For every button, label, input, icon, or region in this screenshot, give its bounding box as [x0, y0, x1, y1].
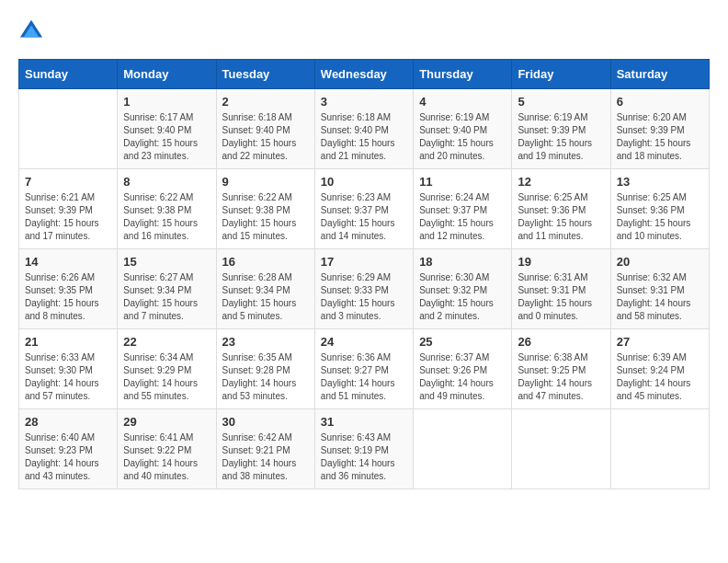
day-info: Sunrise: 6:36 AM Sunset: 9:27 PM Dayligh…	[321, 351, 407, 403]
calendar-cell: 19Sunrise: 6:31 AM Sunset: 9:31 PM Dayli…	[512, 249, 610, 329]
calendar-cell: 17Sunrise: 6:29 AM Sunset: 9:33 PM Dayli…	[314, 249, 413, 329]
calendar-cell: 30Sunrise: 6:42 AM Sunset: 9:21 PM Dayli…	[216, 409, 314, 489]
header-day-sunday: Sunday	[19, 60, 118, 89]
day-number: 27	[617, 335, 703, 349]
day-number: 1	[123, 95, 210, 109]
day-info: Sunrise: 6:27 AM Sunset: 9:34 PM Dayligh…	[123, 271, 210, 323]
calendar-cell: 18Sunrise: 6:30 AM Sunset: 9:32 PM Dayli…	[414, 249, 512, 329]
day-number: 25	[419, 335, 506, 349]
day-info: Sunrise: 6:25 AM Sunset: 9:36 PM Dayligh…	[518, 191, 604, 243]
day-number: 29	[123, 415, 210, 429]
day-info: Sunrise: 6:19 AM Sunset: 9:40 PM Dayligh…	[419, 111, 506, 163]
calendar-header: SundayMondayTuesdayWednesdayThursdayFrid…	[19, 60, 710, 89]
calendar-cell	[512, 409, 610, 489]
day-info: Sunrise: 6:41 AM Sunset: 9:22 PM Dayligh…	[123, 431, 210, 483]
day-info: Sunrise: 6:25 AM Sunset: 9:36 PM Dayligh…	[617, 191, 703, 243]
day-number: 19	[518, 255, 604, 269]
day-info: Sunrise: 6:42 AM Sunset: 9:21 PM Dayligh…	[222, 431, 309, 483]
calendar-cell: 6Sunrise: 6:20 AM Sunset: 9:39 PM Daylig…	[610, 89, 709, 169]
calendar-cell: 13Sunrise: 6:25 AM Sunset: 9:36 PM Dayli…	[610, 169, 709, 249]
calendar-cell	[19, 89, 118, 169]
calendar-cell: 1Sunrise: 6:17 AM Sunset: 9:40 PM Daylig…	[118, 89, 216, 169]
calendar-cell: 10Sunrise: 6:23 AM Sunset: 9:37 PM Dayli…	[314, 169, 413, 249]
day-number: 13	[617, 175, 703, 189]
day-number: 28	[25, 415, 111, 429]
logo	[18, 18, 48, 44]
calendar-cell: 2Sunrise: 6:18 AM Sunset: 9:40 PM Daylig…	[216, 89, 314, 169]
day-number: 3	[321, 95, 407, 109]
day-info: Sunrise: 6:19 AM Sunset: 9:39 PM Dayligh…	[518, 111, 604, 163]
day-number: 2	[222, 95, 309, 109]
calendar-cell: 21Sunrise: 6:33 AM Sunset: 9:30 PM Dayli…	[19, 329, 118, 409]
week-row-4: 21Sunrise: 6:33 AM Sunset: 9:30 PM Dayli…	[19, 329, 710, 409]
day-info: Sunrise: 6:39 AM Sunset: 9:24 PM Dayligh…	[617, 351, 703, 403]
day-info: Sunrise: 6:17 AM Sunset: 9:40 PM Dayligh…	[123, 111, 210, 163]
day-number: 10	[321, 175, 407, 189]
calendar-cell: 24Sunrise: 6:36 AM Sunset: 9:27 PM Dayli…	[314, 329, 413, 409]
day-info: Sunrise: 6:22 AM Sunset: 9:38 PM Dayligh…	[222, 191, 309, 243]
day-number: 11	[419, 175, 506, 189]
calendar-cell	[414, 409, 512, 489]
day-info: Sunrise: 6:22 AM Sunset: 9:38 PM Dayligh…	[123, 191, 210, 243]
calendar-cell: 29Sunrise: 6:41 AM Sunset: 9:22 PM Dayli…	[118, 409, 216, 489]
calendar-body: 1Sunrise: 6:17 AM Sunset: 9:40 PM Daylig…	[19, 89, 710, 489]
calendar-table: SundayMondayTuesdayWednesdayThursdayFrid…	[18, 59, 710, 489]
day-number: 22	[123, 335, 210, 349]
calendar-cell: 22Sunrise: 6:34 AM Sunset: 9:29 PM Dayli…	[118, 329, 216, 409]
header-day-tuesday: Tuesday	[216, 60, 314, 89]
day-info: Sunrise: 6:18 AM Sunset: 9:40 PM Dayligh…	[222, 111, 309, 163]
header-day-monday: Monday	[118, 60, 216, 89]
calendar-cell: 23Sunrise: 6:35 AM Sunset: 9:28 PM Dayli…	[216, 329, 314, 409]
header-day-saturday: Saturday	[610, 60, 709, 89]
calendar-cell: 31Sunrise: 6:43 AM Sunset: 9:19 PM Dayli…	[314, 409, 413, 489]
week-row-1: 1Sunrise: 6:17 AM Sunset: 9:40 PM Daylig…	[19, 89, 710, 169]
day-number: 9	[222, 175, 309, 189]
calendar-cell: 4Sunrise: 6:19 AM Sunset: 9:40 PM Daylig…	[414, 89, 512, 169]
day-info: Sunrise: 6:34 AM Sunset: 9:29 PM Dayligh…	[123, 351, 210, 403]
day-number: 16	[222, 255, 309, 269]
day-info: Sunrise: 6:43 AM Sunset: 9:19 PM Dayligh…	[321, 431, 407, 483]
header-day-friday: Friday	[512, 60, 610, 89]
calendar-cell: 3Sunrise: 6:18 AM Sunset: 9:40 PM Daylig…	[314, 89, 413, 169]
day-number: 26	[518, 335, 604, 349]
day-info: Sunrise: 6:40 AM Sunset: 9:23 PM Dayligh…	[25, 431, 111, 483]
day-info: Sunrise: 6:29 AM Sunset: 9:33 PM Dayligh…	[321, 271, 407, 323]
day-number: 24	[321, 335, 407, 349]
day-number: 6	[617, 95, 703, 109]
calendar-cell: 5Sunrise: 6:19 AM Sunset: 9:39 PM Daylig…	[512, 89, 610, 169]
day-number: 4	[419, 95, 506, 109]
day-number: 30	[222, 415, 309, 429]
day-number: 31	[321, 415, 407, 429]
week-row-2: 7Sunrise: 6:21 AM Sunset: 9:39 PM Daylig…	[19, 169, 710, 249]
calendar-cell: 11Sunrise: 6:24 AM Sunset: 9:37 PM Dayli…	[414, 169, 512, 249]
day-number: 8	[123, 175, 210, 189]
header-row: SundayMondayTuesdayWednesdayThursdayFrid…	[19, 60, 710, 89]
day-number: 14	[25, 255, 111, 269]
day-number: 5	[518, 95, 604, 109]
day-number: 18	[419, 255, 506, 269]
day-number: 21	[25, 335, 111, 349]
day-info: Sunrise: 6:26 AM Sunset: 9:35 PM Dayligh…	[25, 271, 111, 323]
day-info: Sunrise: 6:23 AM Sunset: 9:37 PM Dayligh…	[321, 191, 407, 243]
calendar-cell: 14Sunrise: 6:26 AM Sunset: 9:35 PM Dayli…	[19, 249, 118, 329]
calendar-cell: 25Sunrise: 6:37 AM Sunset: 9:26 PM Dayli…	[414, 329, 512, 409]
week-row-3: 14Sunrise: 6:26 AM Sunset: 9:35 PM Dayli…	[19, 249, 710, 329]
calendar-cell: 28Sunrise: 6:40 AM Sunset: 9:23 PM Dayli…	[19, 409, 118, 489]
day-number: 23	[222, 335, 309, 349]
day-info: Sunrise: 6:24 AM Sunset: 9:37 PM Dayligh…	[419, 191, 506, 243]
calendar-cell: 16Sunrise: 6:28 AM Sunset: 9:34 PM Dayli…	[216, 249, 314, 329]
calendar-cell: 9Sunrise: 6:22 AM Sunset: 9:38 PM Daylig…	[216, 169, 314, 249]
calendar-cell: 8Sunrise: 6:22 AM Sunset: 9:38 PM Daylig…	[118, 169, 216, 249]
logo-icon	[18, 18, 44, 44]
calendar-cell: 27Sunrise: 6:39 AM Sunset: 9:24 PM Dayli…	[610, 329, 709, 409]
calendar-cell: 15Sunrise: 6:27 AM Sunset: 9:34 PM Dayli…	[118, 249, 216, 329]
day-info: Sunrise: 6:30 AM Sunset: 9:32 PM Dayligh…	[419, 271, 506, 323]
calendar-cell: 7Sunrise: 6:21 AM Sunset: 9:39 PM Daylig…	[19, 169, 118, 249]
day-number: 12	[518, 175, 604, 189]
day-number: 17	[321, 255, 407, 269]
header-day-thursday: Thursday	[414, 60, 512, 89]
day-info: Sunrise: 6:35 AM Sunset: 9:28 PM Dayligh…	[222, 351, 309, 403]
page-header	[18, 18, 710, 44]
day-info: Sunrise: 6:38 AM Sunset: 9:25 PM Dayligh…	[518, 351, 604, 403]
day-number: 15	[123, 255, 210, 269]
